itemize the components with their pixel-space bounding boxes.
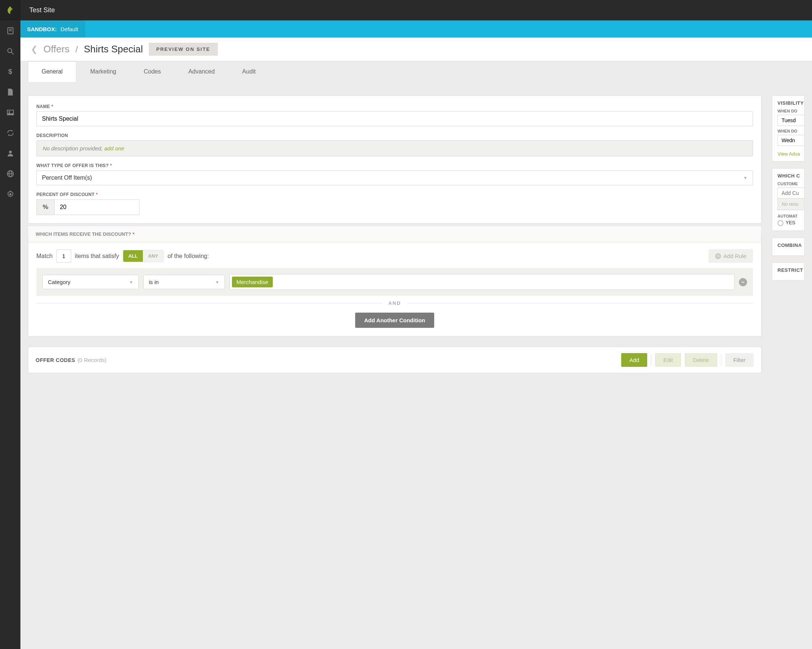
rules-header: WHICH ITEMS RECEIVE THE DISCOUNT? [36, 231, 131, 237]
add-condition-button[interactable]: Add Another Condition [355, 312, 434, 328]
logo-icon [0, 0, 20, 20]
desc-label: DESCRIPTION [37, 133, 68, 138]
breadcrumb-parent[interactable]: Offers [43, 43, 69, 55]
name-label: NAME [37, 104, 50, 109]
rail-user-icon[interactable] [0, 143, 20, 163]
delete-button[interactable]: Delete [685, 353, 717, 367]
start-date-input[interactable] [777, 115, 804, 126]
svg-point-12 [9, 193, 12, 195]
rail-pages-icon[interactable] [0, 20, 20, 41]
svg-point-8 [9, 150, 12, 153]
required-icon: * [133, 231, 134, 237]
view-advanced-link[interactable]: View Adva [777, 151, 800, 157]
add-rule-button[interactable]: Add Rule [708, 249, 753, 263]
start-label: WHEN DO [777, 109, 799, 113]
breadcrumb-current: Shirts Special [84, 43, 143, 55]
edit-button[interactable]: Edit [655, 353, 681, 367]
add-button[interactable]: Add [621, 353, 647, 367]
rail-media-icon[interactable] [0, 102, 20, 122]
breadcrumb-sep: / [75, 44, 78, 55]
which-head: WHICH C [777, 173, 799, 179]
chevron-down-icon: ▼ [743, 176, 748, 180]
rail-pricing-icon[interactable]: $ [0, 61, 20, 82]
divider [651, 355, 651, 366]
radio-icon [777, 220, 783, 226]
pill-all[interactable]: ALL [123, 250, 143, 262]
condition-tag[interactable]: Merchandise [232, 277, 273, 287]
offer-codes-panel: OFFER CODES (0 Records) Add Edit Delete … [28, 347, 762, 373]
pct-label: PERCENT OFF DISCOUNT [37, 192, 95, 197]
percent-prefix: % [37, 199, 54, 215]
end-label: WHEN DO [777, 129, 799, 133]
breadcrumb: ❮ Offers / Shirts Special PREVIEW ON SIT… [20, 37, 812, 61]
rail-content-icon[interactable] [0, 82, 20, 102]
chevron-down-icon: ▼ [215, 280, 219, 285]
match-count-input[interactable] [56, 249, 71, 262]
no-results: No resu [777, 198, 804, 210]
required-icon: * [96, 192, 98, 197]
restrict-panel[interactable]: RESTRICT [772, 262, 804, 281]
match-suffix: of the following: [167, 253, 209, 260]
name-input[interactable] [37, 112, 753, 126]
all-any-toggle[interactable]: ALL ANY [123, 250, 164, 262]
preview-button[interactable]: PREVIEW ON SITE [149, 43, 218, 56]
tab-codes[interactable]: Codes [130, 61, 174, 82]
visibility-head: VISIBILITY [777, 100, 799, 106]
tab-audit[interactable]: Audit [229, 61, 269, 82]
rail-search-icon[interactable] [0, 41, 20, 61]
chevron-down-icon: ▼ [129, 280, 133, 285]
offer-type-value: Percent Off Item(s) [42, 174, 92, 181]
site-title: Test Site [29, 6, 55, 14]
filter-button[interactable]: Filter [725, 353, 754, 367]
restrict-head: RESTRICT [777, 267, 799, 273]
customers-input[interactable] [777, 187, 804, 199]
left-rail: $ [0, 0, 20, 649]
rail-globe-icon[interactable] [0, 163, 20, 184]
type-label: WHAT TYPE OF OFFER IS THIS? [37, 163, 109, 168]
customers-label: CUSTOME [777, 182, 799, 186]
sandbox-label: SANDBOX: [27, 26, 57, 32]
customers-panel: WHICH C CUSTOME No resu AUTOMAT YES [772, 168, 804, 231]
and-divider: AND [37, 300, 753, 306]
auto-label: AUTOMAT [777, 214, 799, 218]
tab-marketing[interactable]: Marketing [76, 61, 130, 82]
auto-yes-option[interactable]: YES [777, 220, 799, 226]
combinability-head: COMBINA [777, 242, 799, 248]
back-icon[interactable]: ❮ [31, 44, 38, 54]
svg-point-3 [8, 48, 12, 52]
divider [721, 355, 722, 366]
description-box[interactable]: No description provided, add one [37, 140, 753, 156]
offer-codes-title: OFFER CODES [36, 357, 75, 363]
offer-codes-count: (0 Records) [78, 357, 107, 363]
match-prefix: Match [37, 253, 53, 260]
required-icon: * [52, 104, 53, 109]
tabs: General Marketing Codes Advanced Audit [20, 61, 812, 82]
sandbox-bar: SANDBOX: Default [20, 20, 812, 37]
rules-panel: WHICH ITEMS RECEIVE THE DISCOUNT? * Matc… [28, 234, 762, 337]
end-date-input[interactable] [777, 135, 804, 146]
remove-icon[interactable]: − [739, 278, 747, 286]
combinability-panel[interactable]: COMBINA [772, 237, 804, 256]
desc-add-link[interactable]: add one [104, 145, 124, 152]
svg-line-4 [11, 52, 13, 54]
condition-field-select[interactable]: Category ▼ [42, 275, 139, 289]
tab-general[interactable]: General [28, 61, 76, 82]
sandbox-name[interactable]: Default [61, 26, 78, 32]
pill-any[interactable]: ANY [143, 250, 163, 262]
condition-value-input[interactable]: Merchandise [229, 274, 734, 290]
desc-placeholder: No description provided, [43, 145, 103, 152]
svg-point-7 [9, 111, 10, 112]
rail-sync-icon[interactable] [0, 122, 20, 143]
condition-op-select[interactable]: is in ▼ [143, 275, 225, 289]
match-mid: items that satisfy [75, 253, 119, 260]
offer-type-select[interactable]: Percent Off Item(s) ▼ [37, 170, 753, 185]
general-panel: NAME* DESCRIPTION No description provide… [28, 95, 762, 223]
visibility-panel: VISIBILITY WHEN DO WHEN DO View Adva [772, 95, 804, 162]
svg-text:$: $ [8, 67, 12, 75]
tab-advanced[interactable]: Advanced [174, 61, 228, 82]
topbar: Test Site [20, 0, 812, 20]
rail-gear-icon[interactable] [0, 184, 20, 204]
required-icon: * [110, 163, 112, 168]
percent-input[interactable] [54, 199, 140, 215]
condition-row: Category ▼ is in ▼ Merchandise − [37, 268, 753, 296]
